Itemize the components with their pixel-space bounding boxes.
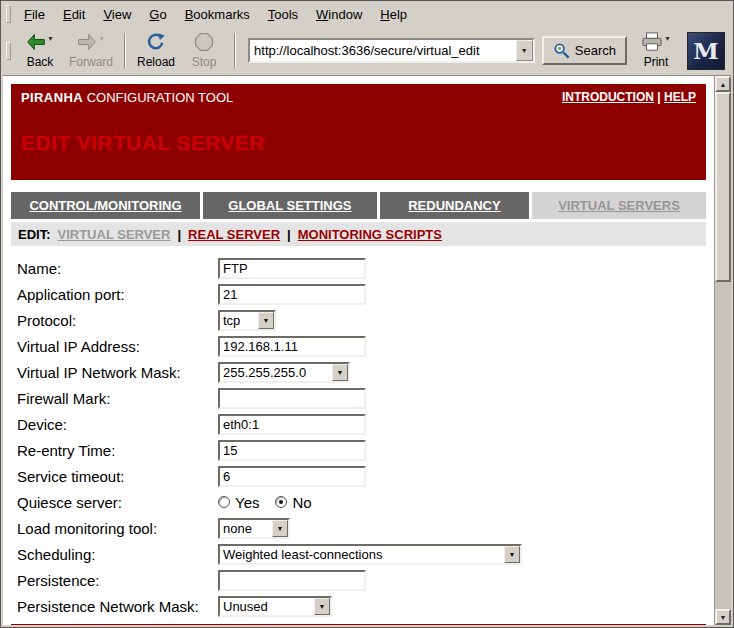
menubar-grippy[interactable]: [6, 5, 11, 23]
scrollbar-track[interactable]: [715, 92, 731, 609]
field-label-protocol: Protocol:: [17, 312, 218, 329]
config-form: Name:Application port:Protocol:tcp▼Virtu…: [11, 255, 706, 619]
help-link[interactable]: HELP: [664, 90, 696, 104]
page-header: PIRANHA CONFIGURATION TOOL INTRODUCTION …: [11, 84, 706, 180]
forward-icon-group: ▼: [77, 32, 105, 54]
header-link-separator: |: [654, 90, 664, 104]
menu-file[interactable]: File: [15, 3, 54, 26]
form-row-quiesce-server: Quiesce server:YesNo: [17, 489, 706, 515]
form-row-service-timeout: Service timeout:: [17, 463, 706, 489]
select-value: tcp: [220, 312, 258, 329]
form-row-firewall-mark: Firewall Mark:: [17, 385, 706, 411]
scroll-up-button[interactable]: ▲: [715, 76, 731, 92]
reload-button[interactable]: Reload: [133, 29, 179, 73]
toolbar-grippy[interactable]: [6, 42, 11, 60]
form-row-virtual-ip-network-mask: Virtual IP Network Mask:255.255.255.0▼: [17, 359, 706, 385]
menu-bar: FileEditViewGoBookmarksToolsWindowHelp: [3, 1, 731, 27]
radio-icon-yes[interactable]: [218, 496, 230, 508]
field-label-persistence: Persistence:: [17, 572, 218, 589]
subnav: EDIT: VIRTUAL SERVER|REAL SERVER|MONITOR…: [11, 222, 706, 246]
introduction-link[interactable]: INTRODUCTION: [562, 90, 654, 104]
url-dropdown-icon[interactable]: ▼: [516, 40, 533, 61]
search-button[interactable]: Search: [542, 36, 627, 65]
print-button[interactable]: ▼ Print: [633, 29, 679, 73]
field-label-quiesce-server: Quiesce server:: [17, 494, 218, 511]
menu-bookmarks[interactable]: Bookmarks: [176, 3, 259, 26]
browser-window: FileEditViewGoBookmarksToolsWindowHelp ▼…: [0, 0, 734, 628]
forward-icon: [77, 32, 97, 52]
subnav-monitoring-scripts[interactable]: MONITORING SCRIPTS: [298, 227, 442, 242]
print-label: Print: [644, 55, 669, 69]
next-section-partial: [11, 624, 706, 625]
subnav-real-server[interactable]: REAL SERVER: [188, 227, 280, 242]
forward-history-dropdown-icon: ▼: [98, 35, 105, 42]
radio-option-yes[interactable]: Yes: [218, 494, 259, 511]
field-label-load-monitoring-tool: Load monitoring tool:: [17, 520, 218, 537]
dropdown-arrow-icon[interactable]: ▼: [258, 312, 274, 329]
tab-control-monitoring[interactable]: CONTROL/MONITORING: [11, 192, 200, 219]
subnav-virtual-server[interactable]: VIRTUAL SERVER: [58, 227, 171, 242]
radio-option-no[interactable]: No: [275, 494, 311, 511]
form-row-application-port: Application port:: [17, 281, 706, 307]
radio-label-no: No: [292, 494, 311, 511]
search-icon: [553, 42, 570, 59]
protocol-select[interactable]: tcp▼: [218, 310, 276, 331]
menu-view[interactable]: View: [94, 3, 140, 26]
dropdown-arrow-icon[interactable]: ▼: [314, 598, 330, 615]
dropdown-arrow-icon[interactable]: ▼: [332, 364, 348, 381]
device-input[interactable]: [218, 414, 366, 435]
url-input[interactable]: [250, 40, 516, 61]
application-port-input[interactable]: [218, 284, 366, 305]
dropdown-arrow-icon[interactable]: ▼: [272, 520, 288, 537]
field-label-virtual-ip-address: Virtual IP Address:: [17, 338, 218, 355]
persistence-network-mask-select[interactable]: Unused▼: [218, 596, 332, 617]
back-icon-group: ▼: [26, 32, 54, 54]
brand-name: PIRANHA: [21, 90, 83, 105]
menu-tools[interactable]: Tools: [259, 3, 307, 26]
tab-global-settings[interactable]: GLOBAL SETTINGS: [203, 192, 377, 219]
tab-label: REDUNDANCY: [404, 198, 504, 213]
select-value: Weighted least-connections: [220, 546, 504, 563]
service-timeout-input[interactable]: [218, 466, 366, 487]
load-monitoring-tool-select[interactable]: none▼: [218, 518, 290, 539]
stop-icon: [194, 32, 214, 52]
print-dropdown-icon[interactable]: ▼: [664, 35, 671, 42]
menu-help[interactable]: Help: [371, 3, 416, 26]
re-entry-time-input[interactable]: [218, 440, 366, 461]
toolbar-separator: [124, 33, 126, 69]
subnav-separator: |: [177, 227, 181, 242]
field-label-persistence-network-mask: Persistence Network Mask:: [17, 598, 218, 615]
menu-edit[interactable]: Edit: [54, 3, 94, 26]
firewall-mark-input[interactable]: [218, 388, 366, 409]
name-input[interactable]: [218, 258, 366, 279]
brand-title: PIRANHA CONFIGURATION TOOL: [21, 90, 233, 105]
forward-button: ▼ Forward: [65, 29, 117, 73]
scroll-down-button[interactable]: ▼: [715, 609, 731, 625]
scheduling-select[interactable]: Weighted least-connections▼: [218, 544, 522, 565]
subnav-links: VIRTUAL SERVER|REAL SERVER|MONITORING SC…: [58, 227, 442, 242]
url-bar[interactable]: ▼: [248, 38, 535, 63]
page-viewport: PIRANHA CONFIGURATION TOOL INTRODUCTION …: [3, 76, 731, 625]
virtual-ip-address-input[interactable]: [218, 336, 366, 357]
mozilla-logo[interactable]: M: [687, 32, 725, 70]
vertical-scrollbar[interactable]: ▲ ▼: [714, 76, 731, 625]
stop-icon-group: [194, 32, 214, 54]
virtual-ip-network-mask-select[interactable]: 255.255.255.0▼: [218, 362, 350, 383]
tab-redundancy[interactable]: REDUNDANCY: [380, 192, 529, 219]
menu-go[interactable]: Go: [140, 3, 175, 26]
persistence-input[interactable]: [218, 570, 366, 591]
field-label-service-timeout: Service timeout:: [17, 468, 218, 485]
back-button[interactable]: ▼ Back: [17, 29, 63, 73]
back-history-dropdown-icon[interactable]: ▼: [47, 35, 54, 42]
scrollbar-thumb[interactable]: [715, 92, 731, 282]
form-row-device: Device:: [17, 411, 706, 437]
toolbar: ▼ Back ▼ Forward Reload: [3, 27, 731, 76]
dropdown-arrow-icon[interactable]: ▼: [504, 546, 520, 563]
radio-icon-no[interactable]: [275, 496, 287, 508]
menu-window[interactable]: Window: [307, 3, 371, 26]
tab-label: GLOBAL SETTINGS: [224, 198, 355, 213]
form-row-scheduling: Scheduling:Weighted least-connections▼: [17, 541, 706, 567]
tab-label: CONTROL/MONITORING: [25, 198, 185, 213]
subnav-prefix: EDIT:: [18, 227, 51, 242]
tab-virtual-servers[interactable]: VIRTUAL SERVERS: [532, 192, 706, 219]
